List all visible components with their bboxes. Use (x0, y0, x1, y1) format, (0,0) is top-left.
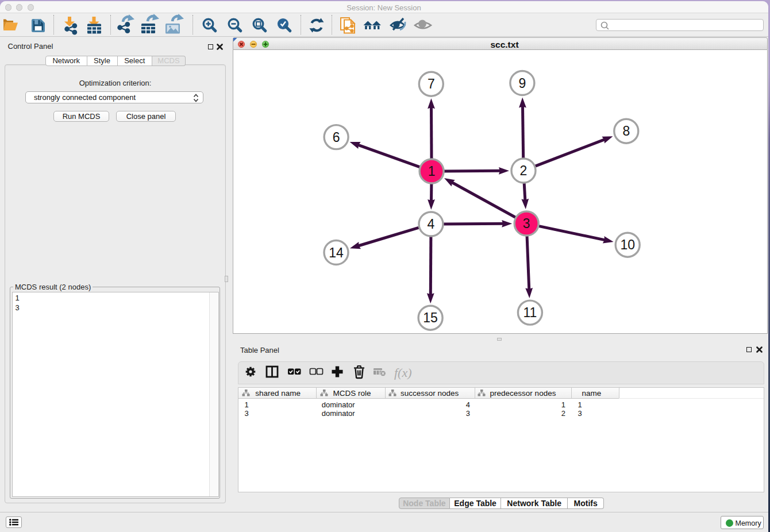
svg-text:15: 15 (423, 310, 438, 325)
svg-text:8: 8 (622, 124, 630, 138)
svg-text:2: 2 (519, 163, 527, 178)
svg-text:3: 3 (522, 216, 530, 231)
svg-text:f(x): f(x) (394, 365, 412, 380)
svg-text:6: 6 (332, 130, 340, 145)
svg-text:11: 11 (523, 305, 537, 320)
svg-text:10: 10 (620, 237, 635, 252)
svg-text:4: 4 (427, 217, 434, 232)
svg-text:7: 7 (427, 76, 434, 91)
svg-text:1: 1 (428, 164, 435, 179)
svg-text:14: 14 (329, 245, 344, 260)
svg-text:9: 9 (518, 76, 526, 91)
